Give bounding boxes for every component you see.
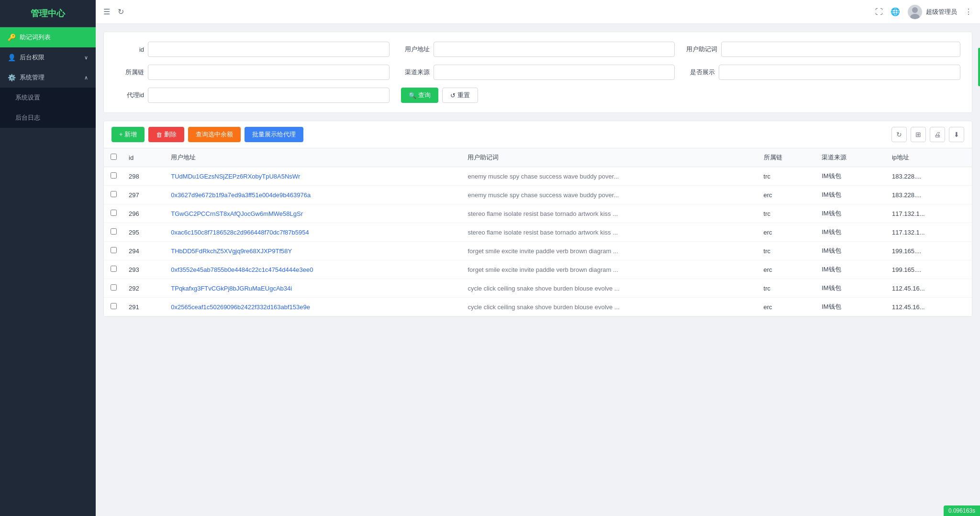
sidebar-item-label: 后台日志 <box>15 113 40 122</box>
batch-display-button[interactable]: 批量展示给代理 <box>245 127 303 142</box>
select-all-checkbox[interactable] <box>111 154 117 160</box>
filter-input-agent-id[interactable] <box>148 88 390 103</box>
sidebar-item-mnemonic-list[interactable]: 🔑 助记词列表 <box>0 27 96 47</box>
key-icon: 🔑 <box>8 34 16 41</box>
sidebar-item-system-settings[interactable]: 系统设置 <box>0 88 96 108</box>
cell-id: 291 <box>123 298 165 316</box>
sidebar-item-backend-permissions[interactable]: 👤 后台权限 ∨ <box>0 47 96 67</box>
more-icon[interactable]: ⋮ <box>965 7 972 16</box>
page-content: id 用户地址 用户助记词 所属链 渠道来源 <box>96 24 980 516</box>
filter-label-user-address: 用户地址 <box>401 45 430 54</box>
cell-id: 294 <box>123 242 165 260</box>
globe-icon[interactable]: 🌐 <box>891 7 900 16</box>
table-row: 295 0xac6c150c8f7186528c2d966448f70dc7f8… <box>104 223 972 242</box>
address-link[interactable]: 0xf3552e45ab7855b0e4484c22c1c4754d444e3e… <box>171 266 313 273</box>
address-link[interactable]: THbDD5FdRkchZ5XVgjq9re68XJXP9Tf58Y <box>171 247 292 255</box>
filter-input-chain[interactable] <box>148 65 390 80</box>
cell-channel: IM钱包 <box>816 260 886 279</box>
cell-chain: trc <box>758 167 816 186</box>
row-checkbox[interactable] <box>111 284 117 291</box>
performance-badge: 0.096163s <box>944 505 980 516</box>
add-button[interactable]: + 新增 <box>111 127 145 142</box>
row-checkbox[interactable] <box>111 191 117 197</box>
cell-id: 292 <box>123 279 165 298</box>
cell-ip: 199.165.... <box>886 260 972 279</box>
address-link[interactable]: 0x2565ceaf1c50269096b2422f332d163abf153e… <box>171 303 310 311</box>
cell-id: 298 <box>123 167 165 186</box>
toolbar-export-button[interactable]: ⬇ <box>949 127 964 142</box>
sidebar-item-backend-log[interactable]: 后台日志 <box>0 108 96 128</box>
main-content: ☰ ↻ ⛶ 🌐 超级管理员 ⋮ id 用户地址 <box>96 0 980 516</box>
cell-address[interactable]: TPqkafxg3FTvCGkPj8bJGRuMaEUgcAb34i <box>165 279 462 298</box>
row-checkbox-cell <box>104 204 123 223</box>
cell-chain: erc <box>758 186 816 204</box>
toolbar-grid-button[interactable]: ⊞ <box>911 127 926 142</box>
search-button[interactable]: 🔍 查询 <box>401 88 438 103</box>
cell-chain: erc <box>758 260 816 279</box>
cell-address[interactable]: TUdMDu1GEzsNSjZEPz6RXobyTpU8A5NsWr <box>165 167 462 186</box>
row-checkbox[interactable] <box>111 303 117 309</box>
address-link[interactable]: TGwGC2PCCrnST8xAfQJocGw6mMWe58LgSr <box>171 210 303 217</box>
toolbar-refresh-button[interactable]: ↻ <box>891 127 907 142</box>
sidebar-item-label: 助记词列表 <box>20 33 51 42</box>
row-checkbox[interactable] <box>111 247 117 253</box>
cell-address[interactable]: 0xac6c150c8f7186528c2d966448f70dc7f87b59… <box>165 223 462 242</box>
cell-chain: erc <box>758 223 816 242</box>
filter-input-id[interactable] <box>148 42 390 57</box>
delete-button[interactable]: 🗑 删除 <box>148 127 184 142</box>
row-checkbox[interactable] <box>111 210 117 216</box>
cell-address[interactable]: 0x2565ceaf1c50269096b2422f332d163abf153e… <box>165 298 462 316</box>
cell-address[interactable]: 0x3627d9e672b1f9a7ed9a3ff51e004de9b46397… <box>165 186 462 204</box>
row-checkbox[interactable] <box>111 228 117 235</box>
cell-channel: IM钱包 <box>816 204 886 223</box>
filter-row-user-mnemonic: 用户助记词 <box>686 42 960 57</box>
query-balance-button[interactable]: 查询选中余额 <box>188 127 241 142</box>
address-link[interactable]: TUdMDu1GEzsNSjZEPz6RXobyTpU8A5NsWr <box>171 173 300 180</box>
toolbar-print-button[interactable]: 🖨 <box>930 127 945 142</box>
cell-address[interactable]: 0xf3552e45ab7855b0e4484c22c1c4754d444e3e… <box>165 260 462 279</box>
col-header-ip: ip地址 <box>886 148 972 167</box>
address-link[interactable]: 0x3627d9e672b1f9a7ed9a3ff51e004de9b46397… <box>171 191 311 199</box>
header-right: ⛶ 🌐 超级管理员 ⋮ <box>875 5 972 19</box>
address-link[interactable]: 0xac6c150c8f7186528c2d966448f70dc7f87b59… <box>171 229 309 236</box>
filter-card: id 用户地址 用户助记词 所属链 渠道来源 <box>103 32 972 113</box>
filter-label-chain: 所属链 <box>115 68 144 77</box>
cell-mnemonic: cycle click ceiling snake shove burden b… <box>462 298 757 316</box>
refresh-icon[interactable]: ↻ <box>118 7 124 16</box>
cell-address[interactable]: TGwGC2PCCrnST8xAfQJocGw6mMWe58LgSr <box>165 204 462 223</box>
reset-icon: ↺ <box>450 92 456 99</box>
sidebar-submenu-system: 系统设置 后台日志 <box>0 88 96 128</box>
filter-row-agent-id: 代理id <box>115 88 390 103</box>
filter-input-display[interactable] <box>719 65 960 80</box>
cell-id: 293 <box>123 260 165 279</box>
fullscreen-icon[interactable]: ⛶ <box>875 8 883 16</box>
table-row: 297 0x3627d9e672b1f9a7ed9a3ff51e004de9b4… <box>104 186 972 204</box>
filter-row-chain: 所属链 <box>115 65 390 80</box>
cell-address[interactable]: THbDD5FdRkchZ5XVgjq9re68XJXP9Tf58Y <box>165 242 462 260</box>
filter-action-row: 🔍 查询 ↺ 重置 <box>401 88 675 103</box>
address-link[interactable]: TPqkafxg3FTvCGkPj8bJGRuMaEUgcAb34i <box>171 285 292 292</box>
sidebar-item-system-management[interactable]: ⚙️ 系统管理 ∧ <box>0 67 96 88</box>
table-card: + 新增 🗑 删除 查询选中余额 批量展示给代理 ↻ ⊞ 🖨 ⬇ <box>103 121 972 317</box>
filter-input-user-mnemonic[interactable] <box>721 42 960 57</box>
toolbar-left: + 新增 🗑 删除 查询选中余额 批量展示给代理 <box>111 127 303 142</box>
cell-ip: 183.228.... <box>886 167 972 186</box>
cell-ip: 117.132.1... <box>886 204 972 223</box>
search-icon: 🔍 <box>409 92 416 99</box>
reset-button[interactable]: ↺ 重置 <box>442 88 478 103</box>
row-checkbox[interactable] <box>111 266 117 272</box>
filter-label-channel: 渠道来源 <box>401 68 430 77</box>
table-row: 296 TGwGC2PCCrnST8xAfQJocGw6mMWe58LgSr s… <box>104 204 972 223</box>
cell-mnemonic: forget smile excite invite paddle verb b… <box>462 242 757 260</box>
filter-input-channel[interactable] <box>434 65 675 80</box>
cell-channel: IM钱包 <box>816 298 886 316</box>
row-checkbox[interactable] <box>111 172 117 179</box>
gear-icon: ⚙️ <box>8 74 16 81</box>
filter-input-user-address[interactable] <box>434 42 675 57</box>
menu-icon[interactable]: ☰ <box>103 7 110 16</box>
cell-chain: trc <box>758 242 816 260</box>
cell-ip: 117.132.1... <box>886 223 972 242</box>
header-user[interactable]: 超级管理员 <box>908 5 957 19</box>
cell-mnemonic: forget smile excite invite paddle verb b… <box>462 260 757 279</box>
row-checkbox-cell <box>104 186 123 204</box>
